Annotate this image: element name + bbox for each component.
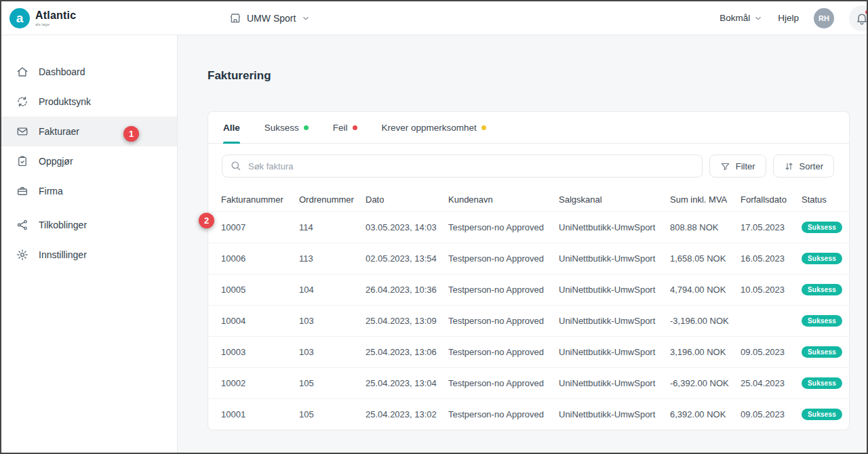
avatar[interactable]: RH: [814, 8, 834, 28]
sidebar-item-tilkoblinger[interactable]: Tilkoblinger: [1, 210, 177, 240]
sidebar-item-oppgjor[interactable]: Oppgjør: [1, 146, 177, 176]
table-cell: UniNettbutikk-UmwSport: [559, 347, 670, 357]
tab-krever-oppmerksomhet[interactable]: Krever oppmerksomhet: [382, 112, 486, 143]
table-cell: 103: [299, 347, 366, 357]
tabs: AlleSuksessFeilKrever oppmerksomhet: [208, 112, 849, 144]
status-badge: Suksess: [802, 253, 842, 264]
sidebar-item-innstillinger[interactable]: Innstillinger: [1, 240, 177, 270]
table-row[interactable]: 1000611302.05.2023, 13:54Testperson-no A…: [208, 243, 849, 274]
table-cell: 25.04.2023, 13:06: [366, 347, 448, 357]
status-badge: Suksess: [802, 409, 842, 420]
table-row[interactable]: 1000410325.04.2023, 13:09Testperson-no A…: [208, 305, 849, 336]
column-header: Forfallsdato: [741, 194, 802, 205]
table-cell: 17.05.2023: [741, 222, 802, 232]
tab-status-dot: [304, 125, 309, 130]
column-header: Ordrenummer: [299, 194, 366, 205]
column-header: Status: [802, 194, 849, 205]
notifications-button[interactable]: [849, 5, 868, 31]
app-window: a Atlantic als løge UMW Sport Bokmål Hje…: [0, 0, 868, 454]
topbar-right: Bokmål Hjelp RH: [719, 5, 867, 31]
table-cell: 104: [299, 285, 366, 295]
status-cell: Suksess: [802, 315, 849, 327]
table-row[interactable]: 1000711403.05.2023, 14:03Testperson-no A…: [208, 211, 849, 243]
table-cell: 10001: [221, 409, 299, 419]
tab-suksess[interactable]: Suksess: [264, 112, 309, 143]
table-cell: 113: [299, 253, 366, 264]
tab-alle[interactable]: Alle: [223, 112, 240, 143]
search-icon: [230, 160, 241, 171]
sidebar-item-label: Innstillinger: [39, 249, 87, 260]
table-cell: Testperson-no Approved: [448, 347, 559, 357]
topbar: a Atlantic als løge UMW Sport Bokmål Hje…: [1, 1, 867, 35]
table-cell: 10002: [221, 378, 299, 388]
table-cell: Testperson-no Approved: [448, 378, 559, 388]
table-cell: 10007: [221, 222, 299, 232]
layout: DashboardProduktsynkFakturaerOppgjørFirm…: [1, 35, 867, 453]
settlement-icon: [16, 155, 28, 167]
table-row[interactable]: 1000110525.04.2023, 13:02Testperson-no A…: [208, 398, 849, 430]
sidebar-item-label: Produktsynk: [39, 96, 91, 107]
table-cell: Testperson-no Approved: [448, 409, 559, 419]
table-cell: 10.05.2023: [741, 285, 802, 295]
status-badge: Suksess: [802, 284, 842, 295]
table-cell: 03.05.2023, 14:03: [366, 222, 448, 232]
table-cell: 105: [299, 378, 366, 388]
status-cell: Suksess: [802, 409, 849, 420]
avatar-initials: RH: [818, 14, 829, 22]
sidebar-item-label: Firma: [39, 186, 63, 197]
store-selector[interactable]: UMW Sport: [229, 12, 311, 24]
column-header: Salgskanal: [559, 194, 670, 205]
table-row[interactable]: 1000210525.04.2023, 13:04Testperson-no A…: [208, 367, 849, 398]
notification-dot: [865, 9, 868, 15]
column-header: Dato: [366, 194, 448, 205]
tab-label: Alle: [223, 123, 240, 133]
table-cell: 25.04.2023, 13:02: [366, 409, 448, 419]
table-cell: 10005: [221, 285, 299, 295]
atlantic-logo-icon: a: [9, 8, 30, 28]
sidebar-item-firma[interactable]: Firma: [1, 176, 177, 206]
filter-button[interactable]: Filter: [709, 154, 766, 178]
sidebar-item-label: Dashboard: [39, 66, 85, 77]
status-badge: Suksess: [802, 346, 842, 358]
table-cell: -3,196.00 NOK: [670, 316, 741, 326]
column-header: Sum inkl. MVA: [670, 194, 741, 205]
settings-icon: [16, 249, 28, 261]
sort-button-label: Sorter: [800, 161, 823, 171]
table-cell: 4,794.00 NOK: [670, 285, 741, 295]
table-cell: Testperson-no Approved: [448, 285, 559, 295]
brand-text: Atlantic als løge: [35, 10, 76, 26]
sidebar-item-fakturaer[interactable]: Fakturaer: [1, 117, 177, 146]
search-input[interactable]: [222, 154, 703, 178]
table-cell: 114: [299, 222, 366, 232]
language-selector[interactable]: Bokmål: [719, 13, 763, 23]
table-cell: 10004: [221, 316, 299, 326]
chevron-down-icon: [753, 14, 763, 23]
store-selector-label: UMW Sport: [247, 13, 296, 24]
table-cell: 103: [299, 316, 366, 326]
table-cell: UniNettbutikk-UmwSport: [559, 409, 670, 419]
column-header: Kundenavn: [448, 194, 559, 205]
help-link[interactable]: Hjelp: [778, 13, 799, 23]
table-cell: UniNettbutikk-UmwSport: [559, 285, 670, 295]
annotation-callout-1: 1: [123, 126, 139, 142]
table-cell: Testperson-no Approved: [448, 222, 559, 232]
table-cell: 25.04.2023, 13:09: [366, 316, 448, 326]
brand-logo[interactable]: a Atlantic als løge: [9, 8, 178, 28]
status-cell: Suksess: [802, 346, 849, 358]
status-badge: Suksess: [802, 377, 842, 389]
status-cell: Suksess: [802, 253, 849, 264]
sidebar-item-produktsynk[interactable]: Produktsynk: [1, 87, 177, 117]
company-icon: [16, 185, 28, 197]
table-cell: UniNettbutikk-UmwSport: [559, 222, 670, 232]
table-row[interactable]: 1000310325.04.2023, 13:06Testperson-no A…: [208, 336, 849, 367]
sort-button[interactable]: Sorter: [773, 154, 834, 178]
sidebar-item-dashboard[interactable]: Dashboard: [1, 57, 177, 87]
tab-feil[interactable]: Feil: [333, 112, 357, 143]
tab-status-dot: [353, 125, 357, 130]
main-content: Fakturering AlleSuksessFeilKrever oppmer…: [178, 35, 867, 453]
table-row[interactable]: 1000510426.04.2023, 10:36Testperson-no A…: [208, 274, 849, 305]
column-header: Fakturanummer: [221, 194, 299, 205]
brand-tagline: als løge: [35, 22, 76, 26]
brand-name: Atlantic: [35, 10, 76, 21]
table-cell: Testperson-no Approved: [448, 253, 559, 264]
